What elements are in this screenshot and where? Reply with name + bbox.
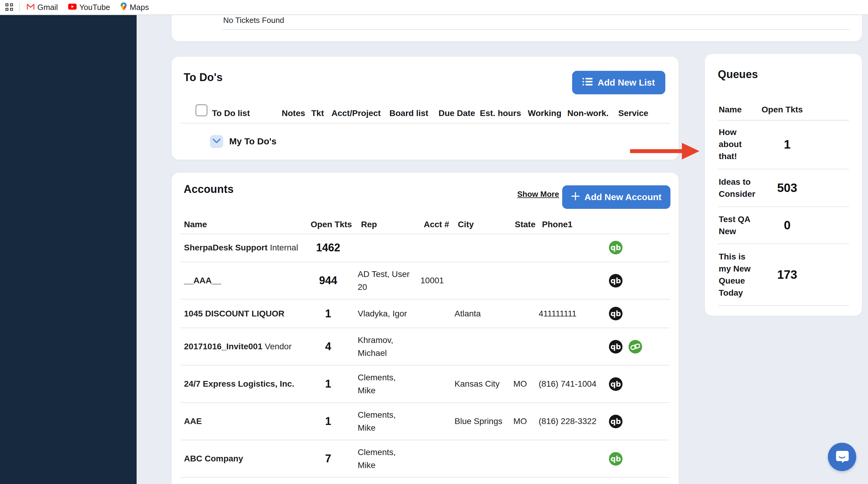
queue-name[interactable]: This is my New Queue Today [718, 251, 752, 299]
add-new-list-button[interactable]: Add New List [572, 71, 665, 94]
queue-name[interactable]: Ideas to Consider [718, 176, 752, 200]
account-name[interactable]: __AAA__ [184, 276, 221, 285]
account-open-tickets: 7 [307, 452, 349, 465]
account-type-tag: Internal [270, 243, 298, 252]
account-name-cell[interactable]: __AAA__ [181, 276, 307, 285]
account-name[interactable]: 20171016_Invite001 [184, 342, 262, 351]
quickbooks-black-icon[interactable]: qb [609, 415, 622, 428]
todo-column-due-date: Due Date [438, 108, 475, 118]
quickbooks-green-icon[interactable]: qb [609, 241, 622, 254]
queue-row[interactable]: This is my New Queue Today173 [718, 244, 849, 306]
account-integrations: qb [609, 241, 622, 254]
account-integrations: qb [609, 377, 622, 391]
gmail-icon [27, 4, 35, 11]
quickbooks-black-icon[interactable]: qb [609, 274, 622, 288]
todo-group-row[interactable]: My To Do's [181, 123, 670, 160]
quickbooks-black-icon[interactable]: qb [609, 307, 622, 320]
select-all-checkbox[interactable] [195, 104, 208, 116]
account-name[interactable]: SherpaDesk Support [184, 243, 268, 252]
todos-table-header: To Do listNotesTktAcct/ProjectBoard list… [181, 102, 670, 124]
apps-grid-icon[interactable] [5, 3, 13, 11]
account-city: Atlanta [455, 308, 506, 320]
accounts-table-body: SherpaDesk SupportInternal1462qb__AAA__9… [181, 233, 670, 484]
account-row[interactable]: Adult & PediatricsClements, MikeOverland… [181, 478, 670, 484]
bookmark-maps[interactable]: Maps [120, 2, 149, 12]
account-row[interactable]: 24/7 Express Logistics, Inc.1Clements, M… [181, 365, 670, 403]
account-name-cell[interactable]: ABC Company [181, 454, 307, 463]
account-row[interactable]: __AAA__944AD Test, User 2010001qb [181, 262, 670, 299]
collapse-group-button[interactable] [210, 135, 223, 148]
account-row[interactable]: 20171016_Invite001Vendor4Khramov, Michae… [181, 328, 670, 365]
todo-column-notes: Notes [282, 108, 305, 118]
account-row[interactable]: 1045 DISCOUNT LIQUOR1Vladyka, IgorAtlant… [181, 299, 670, 328]
account-phone: 411111111 [539, 309, 609, 319]
svg-text:qb: qb [611, 244, 621, 252]
queue-name[interactable]: How about that! [718, 126, 752, 162]
account-rep: AD Test, User 20 [358, 268, 413, 294]
account-row[interactable]: ABC Company7Clements, Mikeqb [181, 440, 670, 478]
queues-table-body: How about that!1Ideas to Consider503Test… [718, 120, 849, 306]
quickbooks-black-icon[interactable]: qb [609, 340, 622, 354]
account-name-cell[interactable]: AAE [181, 417, 307, 426]
show-more-link[interactable]: Show More [517, 190, 559, 199]
account-name[interactable]: ABC Company [184, 454, 243, 463]
queue-open-tickets: 173 [766, 268, 808, 282]
bookmark-gmail[interactable]: Gmail [27, 3, 58, 12]
svg-text:qb: qb [611, 417, 621, 426]
account-integrations: qb [609, 452, 622, 465]
account-open-tickets: 1 [307, 378, 349, 390]
add-new-account-button[interactable]: Add New Account [562, 185, 671, 209]
queues-column-open-tkts: Open Tkts [762, 105, 803, 115]
red-annotation-arrow [630, 143, 700, 161]
queues-title: Queues [718, 68, 758, 81]
account-phone: (816) 741-1004 [539, 379, 609, 389]
maps-icon [120, 2, 127, 12]
account-type-tag: Vendor [265, 342, 292, 351]
apps-grid-square [5, 8, 8, 11]
account-integrations: qb [609, 274, 622, 288]
todo-column-to-do-list: To Do list [212, 108, 250, 118]
svg-text:qb: qb [611, 380, 621, 388]
account-name-cell[interactable]: 20171016_Invite001Vendor [181, 342, 307, 351]
account-phone: (816) 228-3322 [539, 417, 609, 426]
todo-column-est-hours: Est. hours [480, 108, 521, 118]
dashboard-screen: Gmail YouTube [0, 0, 868, 484]
quickbooks-green-icon[interactable]: qb [609, 452, 622, 465]
todos-card: To Do's Add New List To Do listNotesTktA… [172, 57, 679, 160]
bookmarks-separator [19, 3, 20, 12]
todo-column-acct-project: Acct/Project [332, 108, 381, 118]
apps-grid-square [10, 3, 13, 6]
bookmark-youtube[interactable]: YouTube [68, 3, 110, 12]
account-name-cell[interactable]: SherpaDesk SupportInternal [181, 243, 307, 253]
quickbooks-black-icon[interactable]: qb [609, 377, 622, 391]
queue-row[interactable]: Ideas to Consider503 [718, 169, 849, 207]
todo-group-label: My To Do's [229, 136, 277, 147]
account-name[interactable]: 24/7 Express Logistics, Inc. [184, 379, 294, 388]
queue-open-tickets: 0 [766, 219, 808, 232]
todo-column-tkt: Tkt [311, 108, 324, 118]
queue-row[interactable]: Test QA New0 [718, 207, 849, 244]
chat-widget-button[interactable] [828, 443, 856, 471]
accounts-column-acct-: Acct # [424, 220, 449, 229]
account-integrations: qb [609, 340, 642, 354]
queue-row[interactable]: How about that!1 [718, 120, 849, 169]
account-name-cell[interactable]: 1045 DISCOUNT LIQUOR [181, 309, 307, 319]
account-name[interactable]: 1045 DISCOUNT LIQUOR [184, 309, 284, 318]
queues-table-header: Name Open Tkts [718, 99, 849, 121]
account-name[interactable]: AAE [184, 417, 202, 426]
account-integrations: qb [609, 415, 622, 428]
no-tickets-message: No Tickets Found [223, 16, 284, 25]
account-open-tickets: 944 [307, 274, 349, 287]
account-row[interactable]: SherpaDesk SupportInternal1462qb [181, 233, 670, 262]
queue-name[interactable]: Test QA New [718, 213, 752, 237]
link-green-icon[interactable] [628, 340, 642, 354]
queue-open-tickets: 1 [766, 138, 808, 151]
todo-column-non-work-: Non-work. [567, 108, 609, 118]
account-rep: Clements, Mike [358, 446, 413, 472]
browser-bookmarks-bar: Gmail YouTube [0, 0, 868, 15]
account-rep: Vladyka, Igor [358, 307, 413, 320]
account-name-cell[interactable]: 24/7 Express Logistics, Inc. [181, 379, 307, 389]
accounts-column-phone1: Phone1 [542, 220, 572, 229]
account-row[interactable]: AAE1Clements, MikeBlue SpringsMO(816) 22… [181, 403, 670, 440]
accounts-table-header: NameOpen TktsRepAcct #CityStatePhone1 [181, 215, 670, 234]
